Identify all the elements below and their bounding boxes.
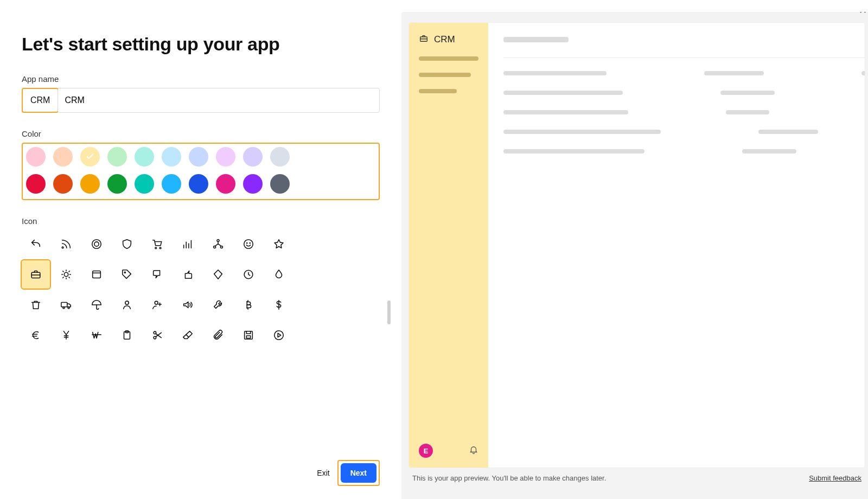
avatar[interactable]: E: [419, 444, 433, 458]
color-swatch[interactable]: [80, 147, 100, 167]
color-picker-panel: [22, 143, 380, 200]
thumbs-down-icon[interactable]: [143, 260, 171, 289]
color-swatch[interactable]: [162, 174, 181, 194]
rss-icon[interactable]: [52, 230, 80, 258]
user-add-icon[interactable]: [143, 291, 171, 319]
color-swatch[interactable]: [135, 147, 154, 167]
page-title: Let's start setting up your app: [22, 34, 380, 55]
tag-icon[interactable]: [113, 260, 141, 289]
trash-icon[interactable]: [22, 291, 50, 319]
color-swatch[interactable]: [270, 174, 290, 194]
app-name-input[interactable]: [58, 88, 380, 113]
preview-skeleton-cell: [861, 71, 865, 75]
org-icon[interactable]: [204, 230, 232, 258]
submit-feedback-link[interactable]: Submit feedback: [809, 474, 861, 482]
target-icon[interactable]: [82, 230, 111, 258]
save-icon[interactable]: [234, 321, 263, 349]
preview-skeleton-cell: [503, 149, 644, 153]
preview-skeleton-cell: [704, 71, 764, 75]
color-swatch[interactable]: [26, 174, 46, 194]
bitcoin-icon[interactable]: [234, 291, 263, 319]
briefcase-icon: [419, 34, 429, 46]
preview-skeleton-row: [503, 110, 865, 114]
star-icon[interactable]: [265, 230, 293, 258]
yen-icon[interactable]: [52, 321, 80, 349]
preview-skeleton-row: [503, 130, 865, 134]
play-circle-icon[interactable]: [265, 321, 293, 349]
next-button[interactable]: Next: [341, 463, 376, 483]
preview-skeleton-cell: [758, 130, 818, 134]
preview-skeleton-cell: [720, 91, 775, 95]
color-swatch[interactable]: [216, 147, 235, 167]
preview-skeleton-row: [503, 71, 865, 75]
volume-icon[interactable]: [174, 291, 202, 319]
truck-icon[interactable]: [52, 291, 80, 319]
color-swatch[interactable]: [162, 147, 181, 167]
preview-skeleton-cell: [503, 110, 628, 114]
thumbs-up-icon[interactable]: [174, 260, 202, 289]
preview-skeleton-row: [503, 91, 865, 95]
preview-caption: This is your app preview. You'll be able…: [412, 474, 606, 482]
color-swatch[interactable]: [53, 147, 73, 167]
color-swatch[interactable]: [26, 147, 46, 167]
bell-icon[interactable]: [469, 445, 478, 457]
preview-sidebar-line: [419, 73, 471, 77]
preview-main: [488, 23, 865, 468]
sun-icon[interactable]: [52, 260, 80, 289]
app-name-chip: CRM: [22, 88, 59, 113]
color-swatch[interactable]: [80, 174, 100, 194]
preview-sidebar-line: [419, 56, 478, 61]
icon-scrollbar[interactable]: [387, 300, 391, 324]
exit-button[interactable]: Exit: [317, 469, 329, 477]
color-label: Color: [22, 129, 380, 138]
diamond-icon[interactable]: [204, 260, 232, 289]
color-swatch[interactable]: [216, 174, 235, 194]
droplet-icon[interactable]: [265, 260, 293, 289]
preview-skeleton-row: [503, 149, 865, 153]
color-swatch[interactable]: [243, 147, 263, 167]
preview-sidebar: CRM E: [409, 23, 488, 468]
preview-skeleton-cell: [503, 130, 661, 134]
preview-sidebar-line: [419, 89, 457, 93]
window-icon[interactable]: [82, 260, 111, 289]
briefcase-icon[interactable]: [22, 260, 50, 289]
preview-skeleton-cell: [503, 91, 623, 95]
color-swatch[interactable]: [107, 147, 127, 167]
icon-picker-grid: [22, 230, 380, 349]
color-swatch[interactable]: [135, 174, 154, 194]
bars-icon[interactable]: [174, 230, 202, 258]
app-name-label: App name: [22, 74, 380, 84]
preview-skeleton-cell: [742, 149, 796, 153]
clock-icon[interactable]: [234, 260, 263, 289]
wrench-icon[interactable]: [204, 291, 232, 319]
color-swatch[interactable]: [270, 147, 290, 167]
preview-skeleton-cell: [726, 110, 769, 114]
smile-icon[interactable]: [234, 230, 263, 258]
dollar-icon[interactable]: [265, 291, 293, 319]
user-icon[interactable]: [113, 291, 141, 319]
reply-icon[interactable]: [22, 230, 50, 258]
preview-title-skeleton: [503, 37, 569, 42]
umbrella-icon[interactable]: [82, 291, 111, 319]
app-preview: CRM E: [409, 23, 865, 468]
color-swatch[interactable]: [189, 174, 208, 194]
euro-icon[interactable]: [22, 321, 50, 349]
color-swatch[interactable]: [189, 147, 208, 167]
paperclip-icon[interactable]: [204, 321, 232, 349]
eraser-icon[interactable]: [174, 321, 202, 349]
color-swatch[interactable]: [53, 174, 73, 194]
scissors-icon[interactable]: [143, 321, 171, 349]
won-icon[interactable]: [82, 321, 111, 349]
color-swatch[interactable]: [243, 174, 263, 194]
cart-icon[interactable]: [143, 230, 171, 258]
preview-app-name: CRM: [434, 34, 455, 45]
shield-icon[interactable]: [113, 230, 141, 258]
close-icon[interactable]: ✕: [859, 12, 867, 16]
icon-label: Icon: [22, 216, 380, 226]
clipboard-icon[interactable]: [113, 321, 141, 349]
preview-skeleton-cell: [503, 71, 607, 75]
color-swatch[interactable]: [107, 174, 127, 194]
